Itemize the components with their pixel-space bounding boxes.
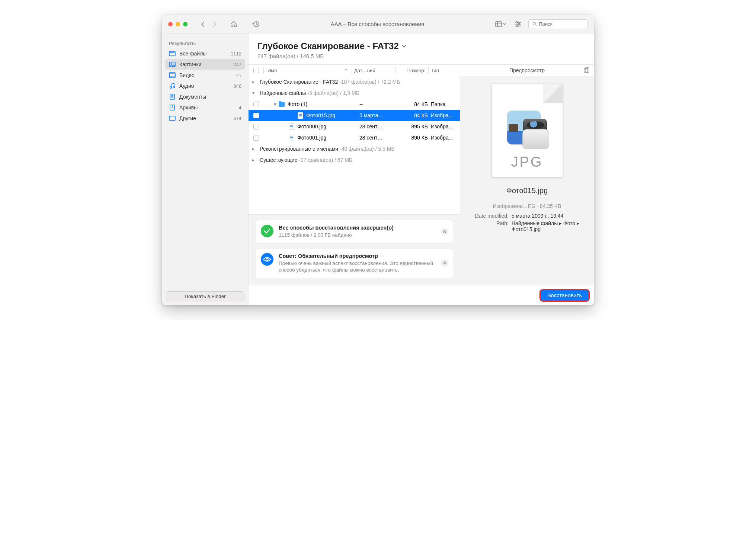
group-name: Реконструированные с именами - (260, 146, 342, 152)
row-checkbox[interactable] (253, 102, 259, 107)
title-dropdown-chevron-icon[interactable] (402, 45, 406, 48)
folder-row[interactable]: ▾ Фото (1) -- 84 КБ Папка (249, 99, 460, 110)
home-button[interactable] (228, 19, 239, 29)
columns-header: Имя ⌃ Дат…ний Размер: Тип Предпросмотр (249, 64, 594, 76)
copy-icon[interactable] (584, 67, 589, 73)
svg-point-8 (518, 23, 520, 25)
sidebar-item-label: Все файлы (179, 51, 206, 57)
svg-point-22 (171, 77, 172, 78)
file-row-selected[interactable]: Фото015.jpg 5 марта… 84 КБ Изобра… (249, 110, 460, 121)
documents-icon (169, 93, 176, 100)
column-header-name[interactable]: Имя ⌃ (266, 68, 352, 73)
column-name-label: Имя (268, 68, 277, 73)
settings-button[interactable] (513, 19, 523, 29)
show-in-finder-button[interactable]: Показать в Finder (166, 291, 244, 301)
status-card-complete: Все способы восстановления завершен(о) 1… (255, 220, 453, 243)
file-extension-badge: JPG (492, 154, 563, 170)
file-row[interactable]: Фото000.jpg 28 сент… 895 КБ Изобра… (249, 121, 460, 132)
meta-label-date: Date modified: (468, 213, 509, 219)
file-size: 890 КБ (400, 135, 431, 141)
dismiss-button[interactable]: ✕ (441, 228, 448, 236)
sort-asc-icon: ⌃ (344, 68, 348, 73)
page-title: Глубокое Сканирование - FAT32 (257, 41, 399, 51)
checkmark-icon (261, 225, 273, 237)
file-type: Изобра… (431, 112, 460, 118)
sidebar-item-count: 474 (233, 116, 241, 121)
grid-list-icon (495, 21, 502, 27)
svg-point-19 (170, 73, 171, 74)
group-found-files[interactable]: ▾ Найденные файлы - 3 файла(ов) / 1,9 МБ (249, 87, 460, 99)
sidebar-item-documents[interactable]: Документы (165, 92, 245, 102)
column-header-size[interactable]: Размер: (398, 68, 428, 73)
meta-value-date: 5 марта 2009 г., 19:44 (512, 213, 586, 219)
preview-meta-brief: Изображени…EG · 84.35 KB (460, 203, 594, 209)
group-meta: 3 файла(ов) / 1,9 МБ (309, 90, 359, 96)
svg-rect-18 (169, 74, 175, 77)
sidebar-item-other[interactable]: Другие 474 (165, 113, 245, 124)
row-checkbox[interactable] (253, 124, 259, 129)
group-reconstructed[interactable]: ▸ Реконструированные с именами - 40 файл… (249, 143, 460, 154)
status-card-tip: Совет: Обязательный предпросмотр Превью … (255, 248, 453, 278)
history-button[interactable] (251, 19, 261, 29)
search-input[interactable] (539, 21, 584, 27)
file-type: Изобра… (431, 124, 460, 129)
svg-rect-1 (496, 22, 502, 27)
dismiss-button[interactable]: ✕ (441, 259, 448, 267)
app-window: AAA – Все способы восстановления Резул (162, 15, 594, 305)
row-checkbox[interactable] (253, 113, 259, 118)
folder-type: Папка (431, 101, 460, 107)
close-window-button[interactable] (168, 22, 173, 26)
main-pane: Глубокое Сканирование - FAT32 247 файла(… (249, 33, 594, 305)
sidebar-item-pictures[interactable]: Картинки 247 (165, 59, 245, 70)
preview-pane: JPG Фото015.jpg Изображени…EG · 84.35 KB… (460, 76, 594, 285)
group-name: Найденные файлы - (260, 90, 309, 96)
preview-thumbnail: JPG (492, 84, 563, 177)
audio-icon (169, 83, 176, 89)
back-button[interactable] (198, 19, 208, 29)
recover-button[interactable]: Восстановить (541, 290, 589, 301)
sidebar: Результаты Все файлы 1112 Картинки 247 В… (162, 33, 249, 305)
sidebar-item-archives[interactable]: Архивы 4 (165, 102, 245, 113)
group-meta: 40 файла(ов) / 5,5 МБ (342, 146, 395, 152)
archives-icon (169, 104, 176, 111)
folder-icon (279, 102, 285, 107)
footer: Восстановить (249, 285, 594, 305)
file-row[interactable]: Фото001.jpg 28 сент… 890 КБ Изобра… (249, 132, 460, 143)
svg-point-24 (173, 86, 175, 88)
group-meta: 107 файла(ов) / 72,2 МБ (341, 79, 400, 85)
group-deep-scan[interactable]: ▸ Глубокое Сканирование - FAT32 - 107 фа… (249, 76, 460, 87)
image-file-icon (289, 124, 294, 130)
titlebar: AAA – Все способы восстановления (162, 15, 594, 33)
column-header-type[interactable]: Тип (431, 68, 460, 73)
file-date: 28 сент… (359, 124, 400, 129)
svg-rect-13 (169, 51, 175, 56)
row-checkbox[interactable] (253, 135, 259, 141)
tip-title: Совет: Обязательный предпросмотр (279, 253, 448, 259)
status-title: Все способы восстановления завершен(о) (279, 225, 448, 231)
fullscreen-window-button[interactable] (183, 22, 188, 26)
forward-button[interactable] (209, 19, 220, 29)
eye-icon (261, 253, 273, 266)
image-file-icon (289, 135, 294, 141)
window-title: AAA – Все способы восстановления (265, 21, 490, 27)
select-all-checkbox[interactable] (253, 68, 259, 73)
search-field[interactable] (528, 19, 588, 29)
sidebar-header: Результаты (162, 33, 248, 48)
minimize-window-button[interactable] (176, 22, 180, 26)
column-header-date[interactable]: Дат…ний (354, 68, 395, 73)
sidebar-item-audio[interactable]: Аудио 346 (165, 81, 245, 91)
group-existing[interactable]: ▸ Существующие - 97 файла(ов) / 67 МБ (249, 154, 460, 166)
meta-value-path: Найденные файлы ▸ Фото ▸ Фото015.jpg (512, 220, 586, 232)
page-subtitle: 247 файла(ов) / 146,5 МБ (257, 53, 585, 59)
preview-app-icon (507, 107, 548, 148)
view-options-button[interactable] (494, 19, 507, 29)
search-icon (532, 22, 536, 26)
svg-point-20 (171, 73, 172, 74)
folder-name: Фото (1) (288, 101, 307, 107)
sidebar-item-label: Аудио (179, 83, 194, 89)
sidebar-item-video[interactable]: Видео 41 (165, 70, 245, 80)
sidebar-item-all-files[interactable]: Все файлы 1112 (165, 48, 245, 59)
file-size: 84 КБ (400, 112, 431, 118)
pictures-icon (169, 61, 176, 68)
image-file-icon (298, 112, 303, 119)
